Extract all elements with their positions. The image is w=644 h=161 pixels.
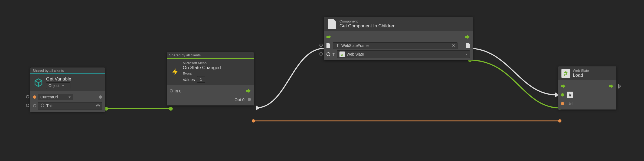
node-subtitle: Component xyxy=(339,19,469,23)
unity-icon xyxy=(335,43,340,48)
flow-out-icon[interactable] xyxy=(246,89,251,93)
target-picker-icon[interactable] xyxy=(452,44,455,47)
cube-icon xyxy=(40,103,45,108)
hash-icon: # xyxy=(339,51,345,57)
node-on-state-changed[interactable]: Shared by all clients Microsoft Mesh On … xyxy=(167,52,254,105)
input-port-url[interactable] xyxy=(561,102,564,105)
svg-marker-2 xyxy=(256,105,260,110)
input-port-type[interactable] xyxy=(326,52,330,56)
chevron-down-icon xyxy=(68,96,71,98)
variable-kind-dropdown[interactable]: Object xyxy=(46,82,70,89)
document-small-icon xyxy=(326,43,330,48)
node-header: # Web Slate Load xyxy=(558,66,616,80)
hash-small-icon: # xyxy=(567,92,573,98)
url-label: Url xyxy=(567,101,573,106)
bolt-icon xyxy=(170,67,180,77)
in0-label: In 0 xyxy=(175,89,181,93)
node-header: Get Variable Object xyxy=(30,74,105,91)
chevron-down-icon xyxy=(465,54,468,55)
flow-in-icon[interactable] xyxy=(326,35,331,39)
event-label: Event xyxy=(183,72,250,76)
game-object-field[interactable]: WebSlateFrame xyxy=(333,42,457,49)
cube-outline-icon xyxy=(34,78,43,88)
node-get-component-in-children[interactable]: Component Get Component In Children WebS… xyxy=(324,17,473,60)
document-icon xyxy=(327,19,337,29)
input-port-name[interactable] xyxy=(33,95,36,99)
svg-point-1 xyxy=(169,107,173,111)
node-title: On State Changed xyxy=(183,65,250,70)
target-picker-icon[interactable] xyxy=(96,104,100,107)
values-label: Values xyxy=(183,77,195,82)
values-count-field[interactable]: 1 xyxy=(197,76,205,83)
svg-point-0 xyxy=(104,107,108,111)
input-port-in0[interactable] xyxy=(170,89,173,92)
node-get-variable[interactable]: Shared by all clients Get Variable Objec… xyxy=(30,67,105,112)
input-port-target[interactable] xyxy=(33,104,36,107)
output-port-out0[interactable] xyxy=(248,98,251,101)
node-title: Get Variable xyxy=(46,76,102,82)
variable-name-dropdown[interactable]: CurrentUrl xyxy=(38,94,73,100)
flow-out-icon[interactable] xyxy=(465,35,470,39)
node-supertitle: Shared by all clients xyxy=(167,52,254,58)
node-header: Component Get Component In Children xyxy=(324,17,473,31)
node-supertitle: Shared by all clients xyxy=(30,67,105,73)
flow-out-icon[interactable] xyxy=(609,84,614,88)
outer-port[interactable] xyxy=(319,44,323,47)
node-subtitle: Microsoft Mesh xyxy=(183,61,250,65)
node-web-slate-load[interactable]: # Web Slate Load # Url xyxy=(558,66,616,110)
type-prefix: T xyxy=(332,52,335,57)
svg-point-4 xyxy=(252,119,255,123)
outer-port[interactable] xyxy=(26,104,29,107)
outer-port[interactable] xyxy=(26,95,29,98)
flow-in-icon[interactable] xyxy=(561,84,566,88)
flow-out-connector[interactable] xyxy=(619,84,621,88)
hash-icon: # xyxy=(561,69,570,78)
type-dropdown[interactable]: # Web Slate xyxy=(337,50,470,58)
outer-port[interactable] xyxy=(319,52,323,56)
output-document-icon[interactable] xyxy=(466,43,470,48)
svg-point-5 xyxy=(558,119,561,123)
node-header: Microsoft Mesh On State Changed Event Va… xyxy=(167,59,254,85)
node-title: Load xyxy=(573,73,613,78)
target-object-field[interactable]: This xyxy=(38,102,102,110)
output-port-value[interactable] xyxy=(99,95,102,99)
out0-label: Out 0 xyxy=(234,97,244,102)
node-title: Get Component In Children xyxy=(339,23,469,29)
chevron-down-icon xyxy=(62,85,64,86)
node-subtitle: Web Slate xyxy=(573,69,613,73)
input-port-component[interactable] xyxy=(561,93,564,96)
